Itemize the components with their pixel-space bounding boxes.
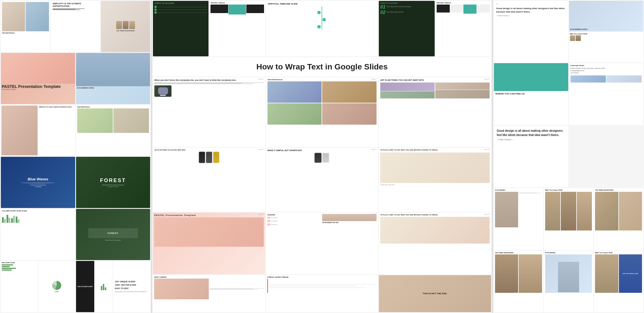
page-53: Page 53 [484, 78, 490, 80]
slide-52[interactable]: Page 52 THE PORTOFOLIO [266, 77, 378, 147]
left-row-1: THE PORTOFOLIO SIMPLICITY IS THE ULTIMAT… [1, 1, 150, 52]
meet-creative-final-label: MEET The Creative TEAM [595, 252, 642, 254]
slide-53-text: ART IS ANYTHING YOU CAN GET AWAT WITH [380, 79, 490, 81]
slide-59[interactable]: Page 59 STYLE IS A WAY TO SAY WHO YOU AR… [379, 213, 491, 274]
slide-jennifer[interactable]: HI I'M JENNIFER CORTEZ [76, 53, 150, 104]
feature-2: 1400+ VECTOR ICONS [115, 284, 149, 286]
hello-amanda-label: HI I'M AMANDA [495, 189, 542, 191]
right-row-5: THE THREE MUSKETEERS HI I'M AMANDA [494, 251, 643, 312]
slide-where-find[interactable]: WHERE YOU CAN FIND US [494, 63, 568, 125]
right-row-2: WHERE YOU CAN FIND US Inspireign Studio … [494, 63, 643, 125]
page-56: Page 56 [484, 149, 490, 150]
slide-forest-large[interactable]: FOREST PowerPoint Presentation Template … [76, 157, 150, 208]
slide-portfolio-2[interactable]: THE PORTOFOLIO [76, 105, 150, 156]
slide-58-label: RUNDOWN [267, 214, 322, 216]
slide-pricing-large[interactable]: PRICING TABLES [436, 1, 491, 56]
amanda-bottom-label: HI I'M AMANDA [545, 252, 592, 254]
portfolio-label: THE PORTOFOLIO [2, 32, 49, 34]
slide-bar-chart[interactable]: BAR CHART SLIDE [1, 261, 38, 312]
slide-three-muske-2[interactable]: THE THREE MUSKETEERS [594, 188, 643, 250]
slide-55[interactable]: Page 55 MAKE IT SIMPLE, BUT SIGNIFICANT [266, 148, 378, 211]
slide-two-col[interactable]: TWO-COLUMN CHART [76, 261, 113, 312]
left-row-4: Blue Waves Creative Presentation Templat… [1, 157, 150, 208]
slide-portfolio-thumb[interactable]: THE PORTOFOLIO [1, 1, 50, 52]
feature-3-sub: RESIZABLE VECTORS AND SHAPE ELEMENTS [115, 291, 149, 293]
slide-55-text: MAKE IT SIMPLE, BUT SIGNIFICANT [267, 149, 377, 152]
slide-pink-stairs[interactable]: PASTEL Presentation Template Presentatio… [1, 53, 75, 104]
slide-column-chart[interactable]: COLUMN CHART SLIDE SLIDE [1, 209, 75, 260]
jennifer-hi-label: HI I'M JENNIFER CORTEZ [570, 28, 588, 30]
slide-57-label: PASTEL Presentation Template [154, 214, 264, 217]
center-title-text: How to Wrap Text in Google Slides [256, 62, 388, 71]
journey-label: COMPANY JOURNEY TIMELINE [267, 276, 377, 278]
forest-laptop-sub: PowerPoint Presentation [105, 239, 121, 241]
slide-amanda-bottom[interactable]: HI I'M AMANDA [544, 251, 593, 312]
bar-chart-label: BAR CHART SLIDE [2, 262, 37, 263]
forest-laptop-text: FOREST [108, 232, 118, 234]
blue-waves-title: Blue Waves [28, 177, 48, 181]
slide-meet-creative-final[interactable]: MEET The Creative TEAM MEET THE CREATIVE… [594, 251, 643, 312]
left-row-3: SIMPLICITY IS THE ULTIMATE SOPHISTICATIO… [1, 105, 150, 156]
right-row-3-right [569, 126, 643, 187]
slide-56[interactable]: Page 56 STYLE IS A WAY TO SAY WHO YOU AR… [379, 148, 491, 211]
slide-pie-chart[interactable]: CHART [38, 261, 75, 312]
slide-54[interactable]: Page 54 ART IS ANYTHING YOU CAN GET AWAT… [153, 148, 265, 211]
slide-simplicity-2[interactable]: SIMPLICITY IS THE ULTIMATE SOPHISTICATIO… [1, 105, 75, 156]
page-57: Page 57 [258, 213, 264, 215]
center-panel: STEPS TO SUCCESS PRICING TABLES [152, 0, 492, 313]
slide-journey[interactable]: COMPANY JOURNEY TIMELINE [266, 275, 378, 312]
col-chart-label: COLUMN CHART SLIDE SLIDE [2, 210, 74, 212]
slide-59-text: STYLE IS A WAY TO SAY WHO YOU ARE WITHOU… [380, 214, 490, 216]
slide-three-musk-thumb[interactable]: THE THREE MUSKETEERS [101, 1, 150, 52]
slide-not-end[interactable]: THIS IS NOT THE END. [379, 275, 491, 312]
page-55: Page 55 [371, 149, 377, 150]
slide-jennifer-hi[interactable]: HI I'M JENNIFER CORTEZ [569, 1, 643, 31]
slide-meet-team-2[interactable]: MEET The Creative TEAM [544, 188, 593, 250]
left-row-6: BAR CHART SLIDE CHART [1, 261, 150, 312]
quote-2-text: Good design is all about making other de… [497, 129, 565, 137]
center-bottom-row: ABOUT COMPANY COMPANY JOURNEY TIMELINE [153, 275, 491, 312]
slide-57[interactable]: Page 57 PASTEL Presentation Template [153, 213, 265, 274]
right-row-1: " Good design is all about making other … [494, 1, 643, 62]
right-row-3: Good design is all about making other de… [494, 126, 643, 187]
slide-vtl[interactable]: VERTICAL TIMELINE SLIDE [266, 1, 378, 56]
slide-53[interactable]: Page 53 ART IS ANYTHING YOU CAN GET AWAT… [379, 77, 491, 147]
three-muske-3-label: THE THREE MUSKETEERS [495, 252, 542, 254]
slide-features: 120+ UNIQUE SLIDES 1400+ VECTOR ICONS EA… [113, 261, 150, 312]
forest-title: FOREST [100, 178, 126, 184]
jennifer-label: HI I'M JENNIFER CORTEZ [77, 87, 150, 89]
slide-blue-waves[interactable]: Blue Waves Creative Presentation Templat… [1, 157, 75, 208]
slide-quote-1[interactable]: " Good design is all about making other … [494, 1, 568, 62]
pie-chart-label: CHART [54, 291, 59, 293]
steps-pricing-large: STEPS TO SUCCESS 01 Lorem ipsum dolor si… [379, 1, 491, 56]
address-details: Braga City Walk, 5th floor, West Java, I… [571, 67, 642, 74]
slide-quote-2[interactable]: Good design is all about making other de… [494, 126, 568, 187]
blue-waves-sub2: Template [34, 186, 41, 188]
slide-three-muske-3[interactable]: THE THREE MUSKETEERS [494, 251, 543, 312]
slide-meet-creative-1[interactable]: MEET The Creative TEAM [569, 32, 643, 63]
slide-51-text: When you don't dress like everybody else… [154, 79, 264, 82]
slide-51[interactable]: Page 51 When you don't dress like everyb… [153, 77, 265, 147]
slide-steps-large[interactable]: STEPS TO SUCCESS 01 Lorem ipsum dolor si… [379, 1, 434, 56]
feature-3: EASY TO EDIT [115, 287, 149, 289]
meet-team-2-label: MEET The Creative TEAM [545, 189, 592, 191]
pricing-1-label: PRICING TABLES [210, 2, 264, 4]
quote-1-attr: – Frank Chimero – [496, 15, 566, 17]
two-col-left-label: TWO-COLUMN CHART [77, 286, 93, 287]
slide-address[interactable]: Inspireign Studio Braga City Walk, 5th f… [569, 63, 643, 125]
slide-simplicity-thumb[interactable]: SIMPLICITY IS THE ULTIMATE SOPHISTICATIO… [51, 1, 100, 52]
slide-58[interactable]: Page 58 RUNDOWN 01Lorem ipsum 02Lorem ip… [266, 213, 378, 274]
slide-pricing-1[interactable]: PRICING TABLES [209, 1, 265, 56]
main-grid: THE PORTOFOLIO SIMPLICITY IS THE ULTIMAT… [0, 0, 644, 313]
three-muske-2-label: THE THREE MUSKETEERS [595, 189, 642, 191]
slide-steps[interactable]: STEPS TO SUCCESS [153, 1, 208, 56]
forest-by: by Olga Kuzminyh [107, 186, 119, 188]
center-top-row: STEPS TO SUCCESS PRICING TABLES [153, 1, 491, 56]
simplicity-text: SIMPLICITY IS THE ULTIMATE SOPHISTICATIO… [53, 2, 99, 7]
slide-about-company[interactable]: ABOUT COMPANY [153, 275, 265, 312]
slide-forest-laptop[interactable]: FOREST PowerPoint Presentation [76, 209, 150, 260]
left-row-5: COLUMN CHART SLIDE SLIDE [1, 209, 150, 260]
slide-hello-amanda[interactable]: HI I'M AMANDA [494, 188, 543, 250]
page-59: Page 59 [484, 213, 490, 215]
meet-creative-blue-text: MEET THE CREATIVE TEAM [623, 273, 638, 274]
